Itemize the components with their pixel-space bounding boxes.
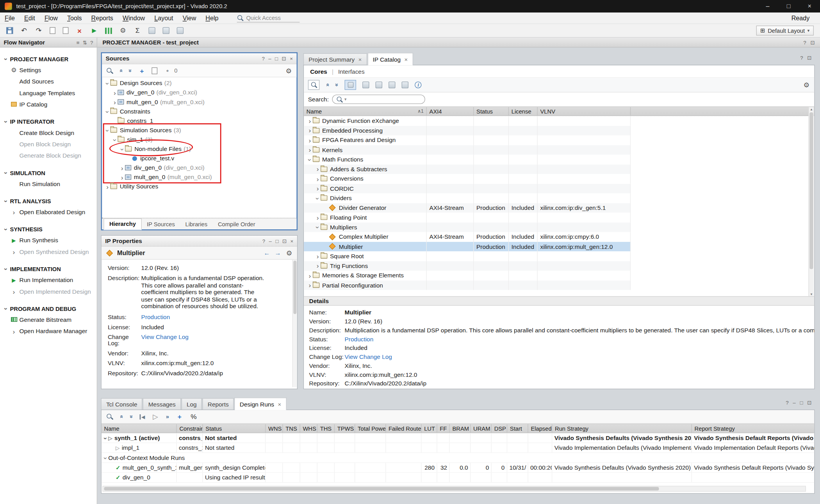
catalog-row-floating-point[interactable]: ›Floating Point	[304, 213, 631, 222]
scope-filter-icon[interactable]: ●	[164, 67, 171, 75]
source-item-simulation-sources[interactable]: ›Simulation Sources(3)	[102, 125, 296, 135]
flow-section-rtl-analysis[interactable]: ›RTL ANALYSIS	[0, 195, 97, 206]
expand-toggle-icon[interactable]: ›	[307, 146, 313, 153]
catalog-row-dynamic-function-exchange[interactable]: ›Dynamic Function eXchange	[304, 116, 631, 126]
column-header-whs[interactable]: WHS	[300, 424, 317, 433]
resume-icon[interactable]: »	[166, 414, 169, 420]
flow-section-project-manager[interactable]: ›PROJECT MANAGER	[0, 53, 97, 64]
flownav-item-generate-block-design[interactable]: Generate Block Design	[0, 150, 97, 161]
catalog-row-multipliers[interactable]: ›Multipliers	[304, 222, 631, 232]
scrollbar-thumb[interactable]	[293, 261, 296, 314]
swap-icon[interactable]: ⇅	[83, 39, 87, 45]
collapse-all-icon[interactable]: »	[118, 69, 124, 72]
column-header-report-strategy[interactable]: Report Strategy	[692, 424, 815, 433]
flownav-item-settings[interactable]: ⚙Settings	[0, 64, 97, 76]
delete-icon[interactable]: ×	[76, 27, 83, 34]
gear-icon[interactable]: ⚙	[803, 81, 810, 89]
source-item-constrs-1[interactable]: constrs_1	[102, 116, 296, 125]
menu-reports[interactable]: Reports	[87, 14, 118, 22]
column-header-status[interactable]: Status	[474, 107, 509, 115]
float-icon[interactable]: ⊡	[810, 39, 815, 45]
source-item-div-gen-0[interactable]: ›div_gen_0(div_gen_0.xci)	[102, 88, 296, 97]
search-icon[interactable]	[106, 67, 113, 74]
design-run-row-impl-1[interactable]: ▷impl_1constrs_1Not startedVivado Implem…	[102, 443, 814, 453]
flownav-item-open-elaborated-design[interactable]: ›Open Elaborated Design	[0, 206, 97, 218]
redo-icon[interactable]: ↷	[35, 27, 43, 34]
tab-compile-order[interactable]: Compile Order	[213, 220, 261, 229]
expand-toggle-icon[interactable]: ›	[307, 272, 313, 279]
catalog-row-fpga-features-and-design[interactable]: ›FPGA Features and Design	[304, 135, 631, 145]
window-close-button[interactable]: ×	[799, 0, 820, 12]
catalog-row-square-root[interactable]: ›Square Root	[304, 251, 631, 261]
flow-section-program-and-debug[interactable]: ›PROGRAM AND DEBUG	[0, 303, 97, 314]
expand-toggle-icon[interactable]: ›	[315, 253, 321, 259]
step-to-start-icon[interactable]: ◀	[140, 414, 145, 419]
run-step-icon[interactable]: ▷	[152, 413, 159, 421]
paste-icon[interactable]	[63, 27, 69, 34]
help-icon[interactable]: ?	[800, 55, 803, 61]
flow-section-synthesis[interactable]: ›SYNTHESIS	[0, 224, 97, 234]
expand-all-icon[interactable]: »	[128, 415, 134, 418]
tab-log[interactable]: Log	[182, 398, 202, 410]
timing-icon[interactable]	[148, 27, 155, 34]
catalog-row-kernels[interactable]: ›Kernels	[304, 145, 631, 155]
catalog-row-partial-reconfiguration[interactable]: ›Partial Reconfiguration	[304, 280, 631, 290]
tab-reports[interactable]: Reports	[202, 398, 234, 410]
create-run-icon[interactable]: +	[176, 413, 183, 421]
search-button[interactable]	[308, 80, 319, 90]
expand-toggle-icon[interactable]: ›	[315, 166, 321, 172]
expand-toggle-icon[interactable]: ›	[102, 435, 109, 441]
column-header-elapsed[interactable]: Elapsed	[528, 424, 553, 433]
tab-libraries[interactable]: Libraries	[180, 220, 212, 229]
minimize-icon[interactable]: –	[269, 238, 272, 244]
column-header-ths[interactable]: THS	[317, 424, 335, 433]
expand-toggle-icon[interactable]: ›	[119, 164, 125, 171]
design-run-row-div-gen-0[interactable]: ✓div_gen_0Using cached IP results	[102, 473, 814, 483]
undo-icon[interactable]: ↶	[20, 27, 28, 34]
column-header-uram[interactable]: URAM	[471, 424, 492, 433]
column-header-total-power[interactable]: Total Power	[355, 424, 386, 433]
flownav-item-run-synthesis[interactable]: ▶Run Synthesis	[0, 234, 97, 246]
flownav-item-open-hardware-manager[interactable]: ›Open Hardware Manager	[0, 325, 97, 337]
close-tab-icon[interactable]: ×	[358, 56, 362, 62]
expand-toggle-icon[interactable]: ›	[315, 185, 321, 192]
expand-toggle-icon[interactable]: ›	[102, 455, 109, 461]
scrollbar-thumb[interactable]	[104, 487, 659, 490]
back-arrow-icon[interactable]: ←	[264, 249, 270, 257]
source-item-sim-1[interactable]: ›sim_1(3)	[102, 135, 296, 144]
ip-settings-icon[interactable]	[376, 82, 382, 88]
catalog-row-embedded-processing[interactable]: ›Embedded Processing	[304, 126, 631, 135]
collapse-all-icon[interactable]: »	[324, 83, 330, 87]
column-header-wns[interactable]: WNS	[266, 424, 283, 433]
tab-hierarchy[interactable]: Hierarchy	[103, 218, 141, 230]
minimize-icon[interactable]: –	[793, 400, 795, 406]
edit-icon[interactable]	[163, 27, 169, 34]
column-header-name[interactable]: Name	[102, 424, 177, 433]
source-item-non-module-files[interactable]: ›Non-module Files(1)	[102, 144, 296, 154]
column-header-constraints[interactable]: Constraints	[177, 424, 203, 433]
column-header-dsp[interactable]: DSP	[492, 424, 507, 433]
tab-ip-catalog[interactable]: IP Catalog×	[367, 53, 413, 65]
add-repository-icon[interactable]	[362, 82, 369, 88]
design-run-row-synth-1-active[interactable]: ›▷synth_1 (active)constrs_1Not startedVi…	[102, 433, 814, 443]
expand-all-icon[interactable]: »	[127, 69, 133, 72]
catalog-row-memories-storage-elements[interactable]: ›Memories & Storage Elements	[304, 271, 631, 280]
scrollbar-thumb[interactable]	[809, 112, 813, 269]
tab-project-summary[interactable]: Project Summary×	[303, 53, 367, 65]
layout-selector[interactable]: ⊞ Default Layout ▾	[756, 26, 814, 35]
column-header-tns[interactable]: TNS	[283, 424, 300, 433]
expand-toggle-icon[interactable]: ›	[315, 176, 321, 182]
flow-section-ip-integrator[interactable]: ›IP INTEGRATOR	[0, 116, 97, 127]
flownav-item-ip-catalog[interactable]: IP Catalog	[0, 99, 97, 110]
reports-icon[interactable]	[105, 27, 112, 34]
column-header-lut[interactable]: LUT	[421, 424, 437, 433]
source-item-mult-gen-0[interactable]: ›mult_gen_0(mult_gen_0.xci)	[102, 172, 296, 182]
scroll-down-icon[interactable]: ▼	[809, 293, 814, 296]
sum-icon[interactable]: Σ	[134, 27, 141, 34]
percent-utilization-icon[interactable]: %	[190, 413, 198, 421]
column-header-run-strategy[interactable]: Run Strategy	[552, 424, 692, 433]
source-item-mult-gen-0[interactable]: ›mult_gen_0(mult_gen_0.xci)	[102, 97, 296, 106]
column-header-tpws[interactable]: TPWS	[335, 424, 355, 433]
flownav-item-open-implemented-design[interactable]: ›Open Implemented Design	[0, 286, 97, 297]
source-item-ipcore-test-v[interactable]: ipcore_test.v	[102, 154, 296, 163]
